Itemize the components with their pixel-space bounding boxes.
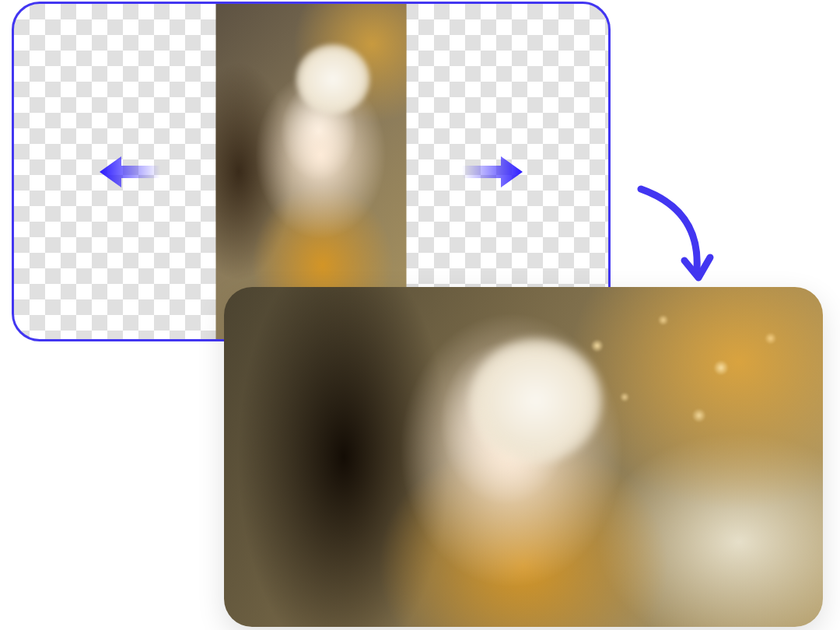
arrow-right-icon (462, 153, 523, 191)
curve-arrow-icon (630, 183, 716, 292)
arrow-left-icon (100, 153, 160, 191)
after-card (224, 287, 823, 627)
